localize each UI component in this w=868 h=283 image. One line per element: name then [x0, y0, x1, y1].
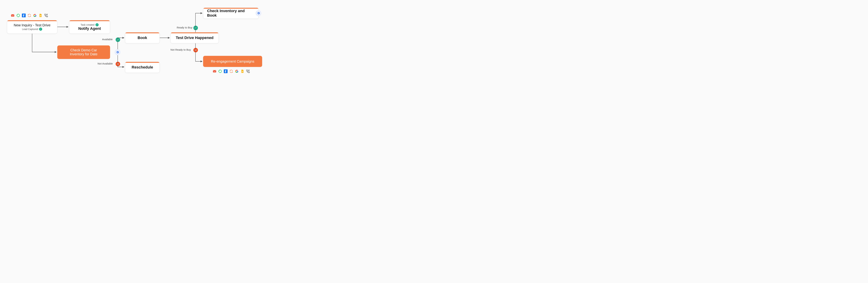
node-title: Book — [138, 36, 147, 40]
node-title-line1: Check Demo Car — [70, 48, 97, 52]
channel-icons-top — [11, 13, 48, 17]
google-icon — [33, 13, 37, 17]
node-title-line2: Inventory for Date — [70, 52, 98, 56]
check-icon: ✓ — [95, 23, 99, 26]
check-icon: ✓ — [193, 26, 198, 30]
incoming-call-icon — [246, 69, 250, 73]
svg-rect-10 — [242, 71, 243, 72]
svg-rect-6 — [213, 70, 216, 72]
facebook-icon — [22, 13, 26, 17]
node-new-inquiry: New Inquiry - Test Drive Lead Captured ✓ — [7, 20, 57, 34]
refresh-icon — [27, 13, 31, 17]
edge-label-ready: Ready to Buy — [177, 26, 192, 29]
node-book: Book — [125, 32, 160, 43]
node-overline: Task created ✓ — [81, 23, 98, 26]
node-title: Test Drive Happened — [176, 36, 213, 40]
facebook-icon — [224, 69, 227, 73]
edge-label-not-available: Not Available — [98, 62, 113, 65]
svg-rect-0 — [11, 14, 14, 16]
node-test-drive-happened: Test Drive Happened — [170, 32, 219, 43]
mail-icon — [11, 13, 14, 17]
edge-label-not-ready: Not Ready to Buy — [170, 48, 191, 51]
check-icon: ✓ — [116, 37, 120, 42]
gear-icon — [115, 49, 121, 55]
incoming-call-icon — [44, 13, 48, 17]
edge-label-available: Available — [102, 38, 113, 41]
cross-icon: ✕ — [116, 62, 120, 66]
node-reengagement: Re-engagement Campaigns — [203, 56, 262, 67]
whatsapp-icon — [218, 69, 222, 73]
node-check-inventory-book: Check Inventory and Book — [203, 8, 259, 19]
mail-icon — [213, 69, 216, 73]
cross-icon: ✕ — [193, 48, 198, 52]
node-check-demo-car: Check Demo Car Inventory for Date — [57, 45, 110, 59]
channel-icons-bottom — [213, 69, 250, 73]
node-title: Re-engagement Campaigns — [211, 60, 254, 64]
doc-icon — [241, 69, 244, 73]
node-title: Reschedule — [132, 65, 153, 70]
google-icon — [235, 69, 239, 73]
whatsapp-icon — [16, 13, 20, 17]
node-title: Check Inventory and Book — [207, 9, 255, 18]
node-reschedule: Reschedule — [125, 62, 160, 73]
check-icon: ✓ — [39, 28, 42, 31]
svg-rect-4 — [40, 15, 41, 16]
gear-icon — [255, 10, 261, 16]
node-subtitle: Lead Captured ✓ — [22, 28, 42, 31]
refresh-icon — [229, 69, 233, 73]
node-title: New Inquiry - Test Drive — [14, 23, 51, 27]
node-title: Notify Agent — [78, 26, 101, 31]
node-notify-agent: Task created ✓ Notify Agent — [69, 20, 110, 34]
doc-icon — [38, 13, 42, 17]
